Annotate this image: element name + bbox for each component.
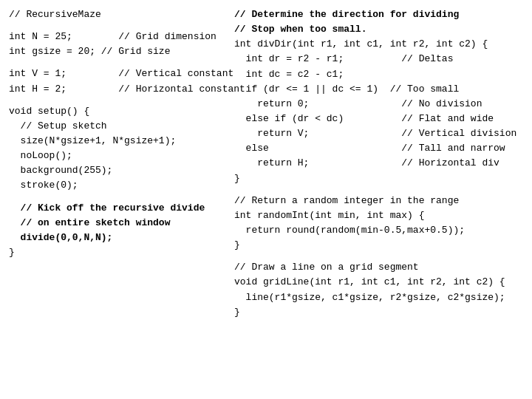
code-line: background(255); (9, 163, 228, 178)
left-column: // RecursiveMazeint N = 25; // Grid dime… (9, 7, 234, 392)
code-line: stroke(0); (9, 178, 228, 193)
code-line: } (234, 305, 523, 320)
code-line: void gridLine(int r1, int c1, int r2, in… (234, 275, 523, 290)
right-column: // Determine the direction for dividing/… (234, 7, 523, 392)
code-line: } (9, 245, 228, 260)
code-line: divide(0,0,N,N); (9, 231, 228, 245)
code-spacer (9, 97, 228, 104)
code-spacer (9, 22, 228, 30)
code-line: else // Tall and narrow (234, 141, 523, 156)
code-spacer (234, 186, 523, 194)
code-line: int dc = c2 - c1; (234, 67, 523, 82)
code-line: int N = 25; // Grid dimension (9, 30, 228, 44)
code-line: else if (dr < dc) // Flat and wide (234, 112, 523, 126)
code-line: if (dr <= 1 || dc <= 1) // Too small (234, 82, 523, 97)
code-line: void setup() { (9, 104, 228, 119)
code-line: int dr = r2 - r1; // Deltas (234, 52, 523, 66)
code-line: return H; // Horizontal div (234, 156, 523, 171)
code-spacer (9, 194, 228, 201)
code-line: // Draw a line on a grid segment (234, 260, 523, 275)
code-line: // Determine the direction for dividing (234, 7, 523, 22)
code-line: // Kick off the recursive divide (9, 201, 228, 216)
code-spacer (9, 59, 228, 66)
code-line: int gsize = 20; // Grid size (9, 44, 228, 59)
code-line: noLoop(); (9, 149, 228, 163)
code-line: return 0; // No division (234, 97, 523, 112)
code-line: } (234, 238, 523, 253)
code-line: int H = 2; // Horizontal constant (9, 82, 228, 97)
code-line: // Stop when too small. (234, 22, 523, 37)
code-spacer (234, 253, 523, 260)
code-line: int randomInt(int min, int max) { (234, 208, 523, 223)
code-line: int V = 1; // Vertical constant (9, 66, 228, 81)
code-container: // RecursiveMazeint N = 25; // Grid dime… (9, 7, 523, 392)
code-line: // Return a random integer in the range (234, 194, 523, 208)
code-line: // Setup sketch (9, 119, 228, 134)
code-line: int divDir(int r1, int c1, int r2, int c… (234, 37, 523, 52)
code-line: // on entire sketch window (9, 216, 228, 231)
code-line: } (234, 171, 523, 186)
code-line: line(r1*gsize, c1*gsize, r2*gsize, c2*gs… (234, 290, 523, 305)
code-line: return V; // Vertical division (234, 126, 523, 141)
code-line: // RecursiveMaze (9, 7, 228, 22)
code-line: size(N*gsize+1, N*gsize+1); (9, 134, 228, 149)
code-line: return round(random(min-0.5,max+0.5)); (234, 223, 523, 238)
